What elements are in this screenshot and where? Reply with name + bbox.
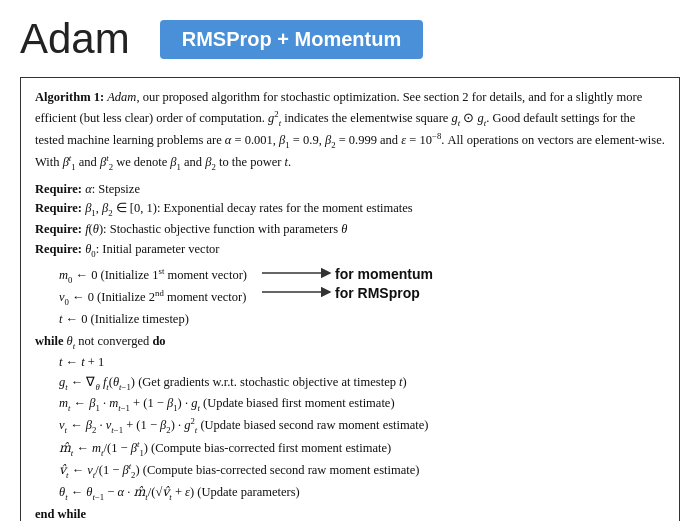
init-and-annotations: m0 ← 0 (Initialize 1st moment vector) v0… bbox=[35, 265, 665, 330]
badge-label: RMSProp + Momentum bbox=[160, 20, 423, 59]
while-mhat: m̂t ← mt/(1 − βt1) (Compute bias-correct… bbox=[35, 438, 665, 460]
while-t: t ← t + 1 bbox=[35, 353, 665, 373]
require-betas: Require: β1, β2 ∈ [0, 1): Exponential de… bbox=[35, 199, 665, 220]
while-header: while θt not converged do bbox=[35, 332, 665, 353]
while-theta: θt ← θt−1 − α · m̂t/(√v̂t + ε) (Update p… bbox=[35, 483, 665, 504]
require-f: Require: f(θ): Stochastic objective func… bbox=[35, 220, 665, 239]
while-gt: gt ← ∇θ ft(θt−1) (Get gradients w.r.t. s… bbox=[35, 373, 665, 394]
require-alpha: Require: α: Stepsize bbox=[35, 180, 665, 199]
algo-intro: Algorithm 1: Adam, our proposed algorith… bbox=[35, 88, 665, 174]
while-vt: vt ← β2 · vt−1 + (1 − β2) · g2t (Update … bbox=[35, 415, 665, 437]
algorithm-box: Algorithm 1: Adam, our proposed algorith… bbox=[20, 77, 680, 521]
while-vhat: v̂t ← vt/(1 − βt2) (Compute bias-correct… bbox=[35, 460, 665, 482]
while-loop: while θt not converged do t ← t + 1 gt ←… bbox=[35, 332, 665, 521]
require-section: Require: α: Stepsize Require: β1, β2 ∈ [… bbox=[35, 180, 665, 261]
init-t: t ← 0 (Initialize timestep) bbox=[35, 310, 665, 330]
end-while: end while bbox=[35, 504, 665, 521]
annotation-rmsprop: for RMSprop bbox=[335, 282, 420, 304]
while-mt: mt ← β1 · mt−1 + (1 − β1) · gt (Update b… bbox=[35, 394, 665, 415]
algo-name-label: Algorithm 1: Adam, our proposed algorith… bbox=[35, 90, 665, 169]
page-title: Adam bbox=[20, 15, 130, 63]
header: Adam RMSProp + Momentum bbox=[20, 15, 680, 63]
page-container: Adam RMSProp + Momentum Algorithm 1: Ada… bbox=[0, 0, 700, 521]
require-theta0: Require: θ0: Initial parameter vector bbox=[35, 240, 665, 261]
